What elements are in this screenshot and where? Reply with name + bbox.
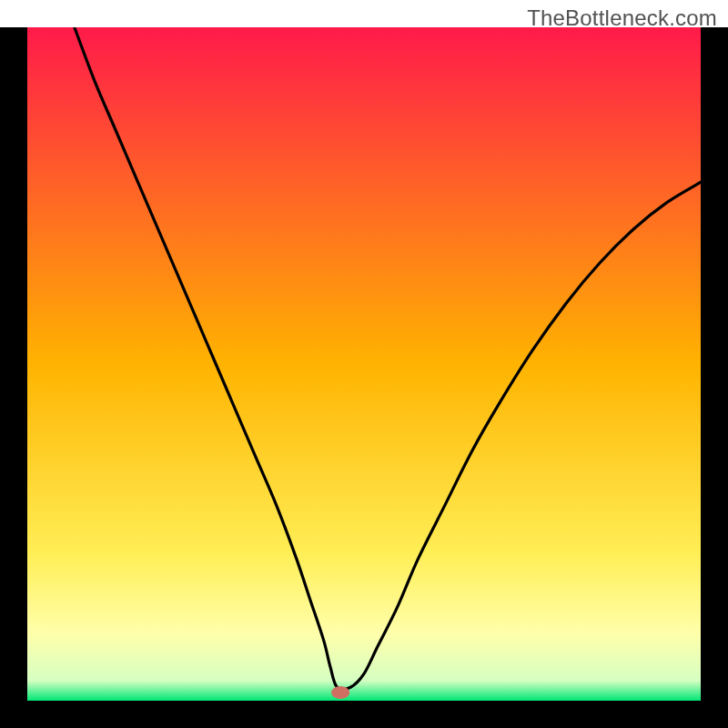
watermark-text: TheBottleneck.com [527, 5, 717, 31]
plot-area [27, 27, 701, 701]
gradient-background [27, 27, 701, 701]
optimal-marker [331, 686, 349, 699]
chart-svg [27, 27, 701, 701]
chart-container: TheBottleneck.com [0, 0, 728, 728]
chart-frame [0, 27, 728, 728]
